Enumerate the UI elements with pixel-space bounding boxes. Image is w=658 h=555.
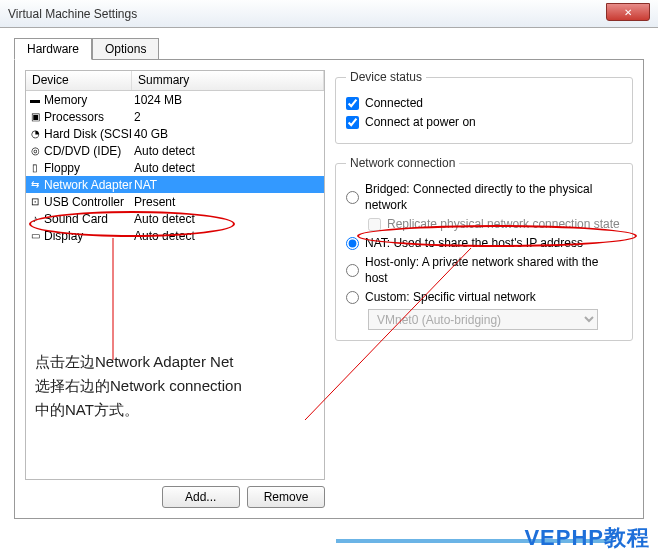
device-summary: NAT [132,178,157,192]
nat-label: NAT: Used to share the host's IP address [365,235,583,251]
annotation-line: 中的NAT方式。 [35,398,242,422]
device-name: Hard Disk (SCSI) [44,127,132,141]
device-summary: 2 [132,110,141,124]
cpu-icon: ▣ [26,111,44,122]
hardware-panel: Device Summary ▬ Memory 1024 MB ▣ Proces… [14,59,644,519]
usb-icon: ⊡ [26,196,44,207]
content: HardwareOptions Device Summary ▬ Memory … [0,28,658,529]
network-connection-group: Network connection Bridged: Connected di… [335,156,633,341]
bridged-label: Bridged: Connected directly to the physi… [365,181,622,213]
hostonly-label: Host-only: A private network shared with… [365,254,622,286]
device-summary: Auto detect [132,229,195,243]
network-connection-legend: Network connection [346,156,459,170]
list-item[interactable]: ▬ Memory 1024 MB [26,91,324,108]
floppy-icon: ▯ [26,162,44,173]
bridged-radio[interactable] [346,191,359,204]
custom-radio[interactable] [346,291,359,304]
device-summary: Auto detect [132,212,195,226]
add-button[interactable]: Add... [162,486,240,508]
right-column: Device status Connected Connect at power… [335,70,633,508]
device-name: USB Controller [44,195,132,209]
device-summary: 1024 MB [132,93,182,107]
list-item[interactable]: ▭ Display Auto detect [26,227,324,244]
device-name: Memory [44,93,132,107]
cd-icon: ◎ [26,145,44,156]
sound-icon: ♪ [26,213,44,224]
list-item[interactable]: ◔ Hard Disk (SCSI) 40 GB [26,125,324,142]
custom-label: Custom: Specific virtual network [365,289,536,305]
header-summary[interactable]: Summary [132,71,324,90]
tab-hardware[interactable]: Hardware [14,38,92,60]
annotation-line: 点击左边Network Adapter Net [35,350,242,374]
watermark-text: VEPHP教程 [524,523,650,553]
nat-radio[interactable] [346,237,359,250]
annotation-line: 选择右边的Network connection [35,374,242,398]
list-item[interactable]: ⊡ USB Controller Present [26,193,324,210]
connected-checkbox[interactable] [346,97,359,110]
device-status-legend: Device status [346,70,426,84]
device-summary: 40 GB [132,127,168,141]
device-summary: Auto detect [132,161,195,175]
tab-options[interactable]: Options [92,38,159,60]
device-name: CD/DVD (IDE) [44,144,132,158]
replicate-checkbox [368,218,381,231]
connect-poweron-label: Connect at power on [365,114,476,130]
connected-label: Connected [365,95,423,111]
annotation-text: 点击左边Network Adapter Net 选择右边的Network con… [35,350,242,422]
network-icon: ⇆ [26,179,44,190]
device-summary: Auto detect [132,144,195,158]
list-item[interactable]: ⇆ Network Adapter NAT [26,176,324,193]
hostonly-radio[interactable] [346,264,359,277]
titlebar: Virtual Machine Settings ✕ [0,0,658,28]
device-name: Display [44,229,132,243]
replicate-label: Replicate physical network connection st… [387,216,620,232]
close-button[interactable]: ✕ [606,3,650,21]
window-title: Virtual Machine Settings [8,7,137,21]
connect-poweron-checkbox[interactable] [346,116,359,129]
list-item[interactable]: ♪ Sound Card Auto detect [26,210,324,227]
left-column: Device Summary ▬ Memory 1024 MB ▣ Proces… [25,70,325,508]
device-status-group: Device status Connected Connect at power… [335,70,633,144]
list-item[interactable]: ▣ Processors 2 [26,108,324,125]
device-name: Sound Card [44,212,132,226]
vmnet-dropdown: VMnet0 (Auto-bridging) [368,309,598,330]
tab-strip: HardwareOptions [14,38,644,60]
column-headers: Device Summary [26,71,324,91]
memory-icon: ▬ [26,94,44,105]
device-name: Network Adapter [44,178,132,192]
disk-icon: ◔ [26,128,44,139]
list-item[interactable]: ◎ CD/DVD (IDE) Auto detect [26,142,324,159]
list-buttons: Add... Remove [25,486,325,508]
remove-button[interactable]: Remove [247,486,325,508]
device-name: Floppy [44,161,132,175]
list-item[interactable]: ▯ Floppy Auto detect [26,159,324,176]
device-name: Processors [44,110,132,124]
device-summary: Present [132,195,175,209]
header-device[interactable]: Device [26,71,132,90]
display-icon: ▭ [26,230,44,241]
